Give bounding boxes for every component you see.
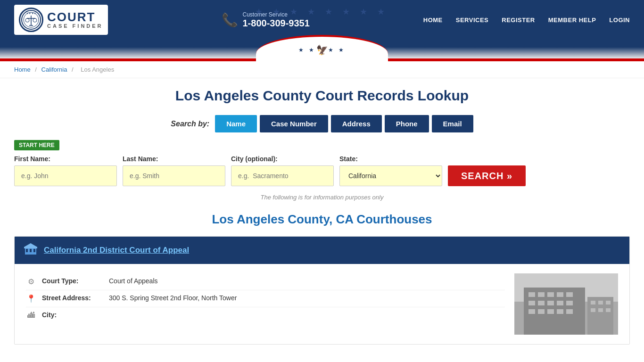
eagle-banner: ★ ★ 🦅 ★ ★: [0, 40, 644, 58]
svg-rect-28: [538, 309, 545, 314]
courthouse-photo: [514, 273, 618, 335]
svg-point-6: [33, 18, 37, 22]
eagle-banner-inner: ★ ★ 🦅 ★ ★: [0, 40, 644, 58]
court-type-value: Court of Appeals: [109, 277, 158, 285]
logo-badge: ★ ★ ★ ★ COURT CASE FINDER: [14, 5, 108, 35]
header: ★ ★ ★ ★ COURT CASE FINDER ★ ★ ★ ★ ★ ★ ★ …: [0, 0, 644, 40]
svg-rect-21: [566, 292, 573, 297]
first-name-label: First Name:: [14, 155, 117, 163]
logo-case-finder-text: CASE FINDER: [47, 23, 103, 29]
svg-rect-29: [547, 309, 554, 314]
svg-rect-34: [598, 301, 603, 304]
svg-text:★ ★ ★ ★: ★ ★ ★ ★: [26, 12, 36, 15]
svg-rect-9: [24, 247, 37, 248]
svg-rect-19: [547, 292, 554, 297]
last-name-group: Last Name:: [123, 155, 225, 186]
star-row-left: ★ ★: [298, 47, 316, 53]
nav-home[interactable]: HOME: [423, 16, 443, 24]
address-label: Street Address:: [42, 294, 103, 302]
svg-rect-31: [566, 309, 573, 314]
city-icon: 🏙: [26, 311, 36, 320]
search-form-section: START HERE First Name: Last Name: City (…: [14, 140, 630, 186]
city-label: City (optional):: [231, 155, 334, 163]
courthouse-name[interactable]: California 2nd District Court of Appeal: [44, 246, 189, 255]
breadcrumb-sep-1: /: [35, 66, 38, 73]
courthouse-details: ⚙ Court Type: Court of Appeals 📍 Street …: [26, 273, 505, 335]
court-type-icon: ⚙: [26, 277, 36, 286]
courthouse-icon: [24, 243, 37, 257]
svg-rect-20: [557, 292, 563, 297]
breadcrumb: Home / California / Los Angeles: [0, 61, 644, 78]
courthouse-photo-placeholder: [514, 273, 618, 335]
svg-rect-25: [557, 301, 563, 305]
main-nav: HOME SERVICES REGISTER MEMBER HELP LOGIN: [423, 16, 630, 24]
main-content: Los Angeles County Court Records Lookup …: [0, 78, 644, 362]
courthouses-title: Los Angeles County, CA Courthouses: [14, 212, 630, 227]
svg-rect-17: [528, 292, 535, 297]
svg-rect-18: [538, 292, 545, 297]
header-stars: ★ ★ ★ ★ ★ ★ ★ ★: [255, 7, 388, 17]
search-button[interactable]: SEARCH »: [448, 165, 526, 186]
breadcrumb-county: Los Angeles: [81, 66, 114, 73]
svg-point-5: [25, 18, 29, 22]
cs-phone: 1-800-309-9351: [243, 18, 310, 29]
search-by-label: Search by:: [171, 120, 209, 128]
svg-rect-11: [30, 249, 32, 252]
courthouse-card: California 2nd District Court of Appeal …: [14, 236, 630, 345]
detail-row-address: 📍 Street Address: 300 S. Spring Street 2…: [26, 290, 505, 307]
eagle-icon: 🦅: [316, 44, 328, 56]
svg-rect-33: [591, 301, 595, 304]
svg-rect-35: [606, 301, 611, 304]
svg-rect-38: [606, 308, 611, 312]
tab-case-number[interactable]: Case Number: [260, 115, 328, 132]
breadcrumb-sep-2: /: [72, 66, 75, 73]
last-name-input[interactable]: [123, 165, 225, 186]
breadcrumb-home[interactable]: Home: [14, 66, 31, 73]
logo-court-text: COURT: [47, 11, 103, 23]
svg-rect-12: [33, 249, 35, 252]
address-value: 300 S. Spring Street 2nd Floor, North To…: [109, 294, 237, 302]
address-icon: 📍: [26, 294, 36, 303]
start-here-badge: START HERE: [14, 140, 59, 150]
first-name-group: First Name:: [14, 155, 117, 186]
form-row: First Name: Last Name: City (optional): …: [14, 155, 630, 186]
logo-area: ★ ★ ★ ★ COURT CASE FINDER: [14, 5, 108, 35]
page-title: Los Angeles County Court Records Lookup: [14, 88, 630, 104]
last-name-label: Last Name:: [123, 155, 225, 163]
detail-row-city: 🏙 City:: [26, 307, 505, 323]
tab-name[interactable]: Name: [215, 115, 257, 132]
breadcrumb-state[interactable]: California: [41, 66, 67, 73]
phone-icon: 📞: [222, 12, 238, 28]
svg-rect-23: [538, 301, 545, 305]
state-label: State:: [339, 155, 442, 163]
first-name-input[interactable]: [14, 165, 117, 186]
nav-register[interactable]: REGISTER: [502, 16, 535, 24]
star-row-right: ★ ★: [328, 47, 346, 53]
svg-rect-10: [26, 249, 28, 252]
tab-phone[interactable]: Phone: [385, 115, 429, 132]
courthouse-header: California 2nd District Court of Appeal: [15, 237, 629, 264]
svg-marker-13: [24, 243, 37, 247]
nav-login[interactable]: LOGIN: [609, 16, 630, 24]
svg-rect-22: [528, 301, 535, 305]
svg-rect-26: [566, 301, 573, 305]
tab-email[interactable]: Email: [432, 115, 473, 132]
svg-rect-24: [547, 301, 554, 305]
nav-member-help[interactable]: MEMBER HELP: [548, 16, 596, 24]
city-input[interactable]: [231, 165, 334, 186]
svg-rect-27: [528, 309, 535, 314]
tab-address[interactable]: Address: [331, 115, 382, 132]
svg-rect-36: [591, 308, 595, 312]
search-by-row: Search by: Name Case Number Address Phon…: [14, 115, 630, 132]
city-detail-label: City:: [42, 311, 103, 319]
court-type-label: Court Type:: [42, 277, 103, 285]
logo-text-block: COURT CASE FINDER: [47, 11, 103, 29]
svg-rect-37: [598, 308, 603, 312]
state-select[interactable]: AlabamaAlaskaArizonaArkansasCaliforniaCo…: [339, 165, 442, 186]
info-note: The following is for information purpose…: [14, 194, 630, 201]
nav-services[interactable]: SERVICES: [456, 16, 489, 24]
detail-row-court-type: ⚙ Court Type: Court of Appeals: [26, 273, 505, 290]
city-group: City (optional):: [231, 155, 334, 186]
logo-emblem: ★ ★ ★ ★: [19, 8, 43, 32]
state-group: State: AlabamaAlaskaArizonaArkansasCalif…: [339, 155, 442, 186]
